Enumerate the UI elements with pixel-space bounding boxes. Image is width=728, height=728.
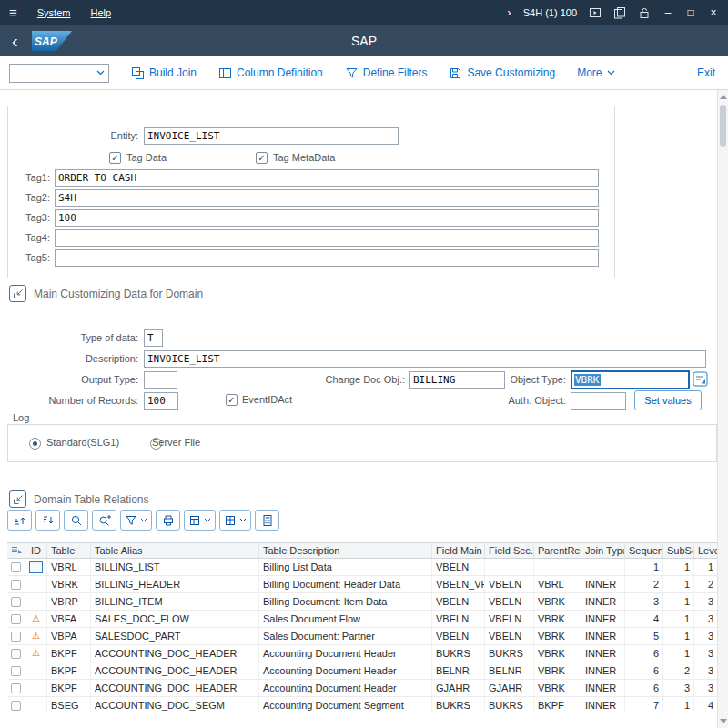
row-checkbox[interactable]: [11, 666, 21, 676]
menu-help[interactable]: Help: [90, 7, 111, 18]
col-level[interactable]: Level: [694, 543, 718, 558]
records-input[interactable]: [144, 392, 178, 410]
section-collapse-icon[interactable]: [9, 285, 26, 302]
minimize-button[interactable]: –: [662, 6, 673, 19]
chevron-down-icon[interactable]: [96, 70, 105, 76]
row-id-cell[interactable]: [29, 682, 43, 694]
export-menu-button[interactable]: [184, 510, 216, 531]
entity-input[interactable]: [144, 127, 399, 145]
section-title: Main Customizing Data for Domain: [34, 288, 203, 300]
value-help-icon[interactable]: [693, 371, 708, 387]
row-id-cell[interactable]: [29, 665, 43, 677]
command-combobox[interactable]: [9, 64, 109, 83]
table-row[interactable]: ⚠ VBFA SALES_DOC_FLOW Sales Document Flo…: [7, 611, 718, 628]
tag-data-checkbox[interactable]: ✓: [109, 152, 121, 164]
define-filters-button[interactable]: Define Filters: [345, 66, 428, 80]
select-all-icon: [11, 546, 22, 555]
sort-ascending-button[interactable]: [7, 510, 32, 531]
col-parent-rel[interactable]: ParentRel: [534, 543, 581, 558]
table-row[interactable]: BKPF ACCOUNTING_DOC_HEADER Accounting Do…: [7, 680, 718, 697]
table-row[interactable]: VBRK BILLING_HEADER Billing Document: He…: [7, 576, 718, 593]
back-button[interactable]: ‹: [12, 32, 18, 50]
output-type-input[interactable]: [144, 371, 177, 389]
row-id-cell[interactable]: ⚠: [29, 631, 43, 642]
row-id-cell[interactable]: ⚠: [29, 613, 43, 625]
row-checkbox[interactable]: [11, 701, 21, 711]
col-sequence[interactable]: Sequence: [625, 543, 663, 558]
tag-input[interactable]: [55, 249, 599, 267]
scrollbar-thumb[interactable]: [720, 105, 726, 147]
tag-input[interactable]: [55, 209, 599, 227]
row-checkbox[interactable]: [11, 614, 21, 624]
type-of-data-input[interactable]: [144, 329, 163, 347]
find-next-button[interactable]: [92, 510, 116, 531]
tag-input[interactable]: [55, 169, 599, 187]
col-table[interactable]: Table: [47, 543, 91, 558]
clipboard-icon[interactable]: [613, 6, 626, 19]
print-button[interactable]: [156, 510, 180, 531]
row-checkbox[interactable]: [11, 597, 21, 607]
hamburger-menu-icon[interactable]: ≡: [9, 5, 17, 19]
layout-menu-button[interactable]: [219, 510, 251, 531]
row-checkbox[interactable]: [11, 580, 21, 590]
set-values-button[interactable]: Set values: [634, 390, 702, 410]
col-field-main[interactable]: Field Main: [432, 543, 485, 558]
table-row[interactable]: ⚠ BKPF ACCOUNTING_DOC_HEADER Accounting …: [7, 645, 718, 662]
log-standard-radio[interactable]: [29, 438, 41, 450]
table-row[interactable]: BKPF ACCOUNTING_DOC_HEADER Accounting Do…: [7, 662, 718, 680]
change-doc-input[interactable]: [410, 371, 505, 389]
tag-input[interactable]: [55, 189, 599, 207]
sort-descending-button[interactable]: [35, 510, 60, 531]
table-row[interactable]: ⚠ VBPA SALESDOC_PART Sales Document: Par…: [7, 628, 718, 645]
auth-object-input[interactable]: [571, 392, 626, 410]
col-description[interactable]: Table Description: [259, 543, 432, 558]
table-row[interactable]: VBRP BILLING_ITEM Billing Document: Item…: [7, 593, 718, 611]
section-title: Domain Table Relations: [34, 493, 149, 506]
build-join-button[interactable]: Build Join: [131, 66, 197, 80]
table-row[interactable]: VBRL BILLING_LIST Billing List Data VBEL…: [7, 559, 718, 576]
column-definition-button[interactable]: Column Definition: [218, 66, 323, 80]
more-button[interactable]: More: [577, 66, 614, 79]
command-input[interactable]: [10, 66, 96, 81]
object-type-input[interactable]: VBRK: [571, 370, 690, 389]
maximize-button[interactable]: □: [685, 6, 696, 19]
row-checkbox[interactable]: [11, 632, 21, 642]
close-button[interactable]: ×: [708, 6, 719, 19]
filter-menu-button[interactable]: [120, 510, 152, 531]
find-button[interactable]: [64, 510, 88, 531]
save-customizing-button[interactable]: Save Customizing: [449, 66, 555, 80]
col-subseq[interactable]: SubSeq.: [663, 543, 694, 558]
layout-icon: [224, 514, 237, 527]
table-row[interactable]: BSEG ACCOUNTING_DOC_SEGM Accounting Docu…: [7, 697, 718, 712]
description-input[interactable]: [144, 350, 706, 368]
chevron-right-icon[interactable]: ›: [507, 5, 511, 19]
row-id-cell[interactable]: [29, 561, 43, 573]
select-all-header[interactable]: [7, 543, 25, 558]
vertical-scrollbar[interactable]: [717, 90, 728, 728]
cell-join-type: [581, 559, 625, 575]
section-collapse-icon[interactable]: [9, 490, 26, 508]
col-join-type[interactable]: Join Type: [581, 543, 625, 558]
row-id-cell[interactable]: [29, 579, 43, 591]
scroll-down-icon[interactable]: [720, 719, 727, 723]
col-alias[interactable]: Table Alias: [91, 543, 259, 558]
cell-join-type: INNER: [581, 697, 625, 712]
row-checkbox[interactable]: [11, 683, 21, 693]
eventid-checkbox[interactable]: ✓: [226, 394, 238, 406]
row-id-cell[interactable]: [29, 596, 43, 608]
row-id-cell[interactable]: ⚠: [29, 648, 43, 660]
cell-alias: ACCOUNTING_DOC_HEADER: [91, 680, 259, 696]
row-checkbox[interactable]: [11, 649, 21, 659]
row-id-cell[interactable]: [29, 700, 43, 712]
exit-button[interactable]: Exit: [697, 66, 715, 79]
new-session-icon[interactable]: [589, 6, 602, 19]
menu-system[interactable]: System: [37, 7, 71, 18]
scroll-up-icon[interactable]: [720, 95, 727, 99]
calculator-button[interactable]: [255, 510, 279, 531]
row-checkbox[interactable]: [11, 562, 21, 572]
tag-input[interactable]: [55, 229, 599, 247]
lock-icon[interactable]: [638, 6, 651, 19]
col-field-sec[interactable]: Field Sec.: [485, 543, 534, 558]
col-id[interactable]: ID: [25, 543, 47, 558]
tag-metadata-checkbox[interactable]: ✓: [256, 152, 268, 164]
